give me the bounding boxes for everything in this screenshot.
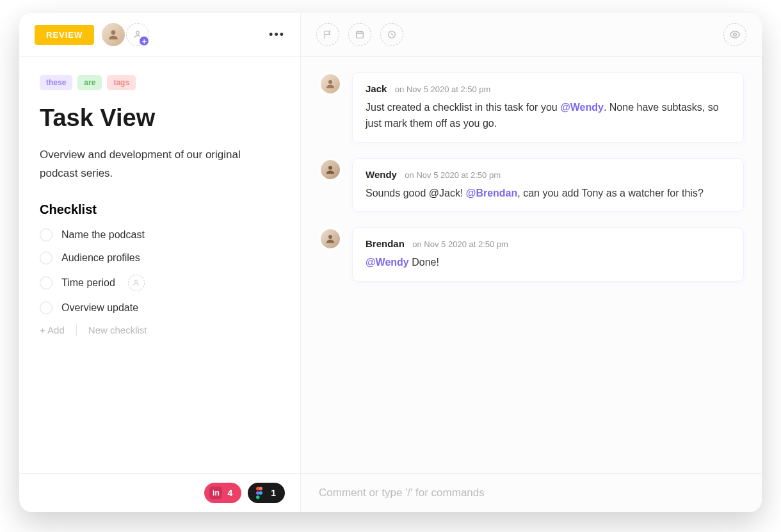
comment-list: Jack on Nov 5 2020 at 2:50 pm Just creat…	[301, 57, 762, 473]
comment-text: Done!	[409, 257, 439, 268]
svg-rect-8	[357, 31, 364, 38]
checklist-title: Checklist	[40, 202, 280, 217]
priority-button[interactable]	[316, 23, 339, 46]
checkbox-icon[interactable]	[40, 277, 52, 289]
figma-count: 1	[271, 488, 276, 498]
comment-avatar[interactable]	[319, 72, 342, 95]
svg-point-11	[328, 80, 332, 84]
right-pane: Jack on Nov 5 2020 at 2:50 pm Just creat…	[301, 13, 762, 512]
task-title[interactable]: Task View	[40, 104, 280, 132]
comment-bubble: Brendan on Nov 5 2020 at 2:50 pm @Wendy …	[352, 227, 744, 282]
comment-author: Jack	[366, 83, 387, 94]
svg-point-12	[328, 166, 332, 170]
comment-text: Sounds good @Jack!	[366, 188, 466, 198]
comment-body: Sounds good @Jack! @Brendan, can you add…	[366, 186, 730, 202]
comment-author: Wendy	[366, 169, 397, 180]
left-header: REVIEW + •••	[19, 13, 300, 57]
svg-point-7	[256, 496, 260, 499]
svg-point-1	[136, 31, 140, 35]
svg-point-0	[111, 30, 116, 35]
figma-icon	[253, 487, 266, 499]
comment-timestamp: on Nov 5 2020 at 2:50 pm	[395, 85, 491, 94]
checklist-item[interactable]: Audience profiles	[40, 252, 280, 264]
comment-avatar[interactable]	[319, 158, 342, 181]
svg-point-6	[259, 491, 263, 495]
comment-row: Wendy on Nov 5 2020 at 2:50 pm Sounds go…	[319, 158, 744, 213]
task-card: REVIEW + ••• these are tags Task View Ov…	[19, 13, 762, 512]
watch-button[interactable]	[723, 23, 746, 46]
time-button[interactable]	[380, 23, 403, 46]
mention[interactable]: @Brendan	[466, 188, 518, 198]
checkbox-icon[interactable]	[40, 302, 52, 314]
checklist-actions: + Add New checklist	[40, 325, 280, 336]
comment-avatar[interactable]	[319, 227, 342, 250]
checkbox-icon[interactable]	[40, 252, 52, 264]
svg-point-4	[259, 487, 263, 491]
comment-bubble: Jack on Nov 5 2020 at 2:50 pm Just creat…	[352, 72, 744, 143]
mention[interactable]: @Wendy	[366, 257, 409, 268]
assign-user-button[interactable]	[128, 275, 145, 291]
checklist-item-label: Name the podcast	[61, 229, 145, 241]
svg-point-13	[328, 235, 332, 239]
divider	[76, 325, 77, 336]
left-pane: REVIEW + ••• these are tags Task View Ov…	[19, 13, 301, 512]
checklist-item[interactable]: Time period	[40, 275, 280, 291]
invision-count: 4	[227, 488, 232, 498]
flag-icon	[323, 29, 333, 40]
eye-icon	[729, 29, 741, 40]
person-icon	[325, 164, 336, 175]
comment-bubble: Wendy on Nov 5 2020 at 2:50 pm Sounds go…	[352, 158, 744, 213]
right-header	[301, 13, 762, 57]
person-icon	[325, 78, 336, 90]
mention[interactable]: @Wendy	[560, 102, 604, 113]
more-menu-button[interactable]: •••	[269, 28, 285, 42]
tag-item[interactable]: tags	[107, 75, 136, 90]
person-icon	[325, 233, 336, 245]
add-assignee-button[interactable]: +	[126, 23, 149, 46]
svg-point-2	[135, 280, 138, 283]
plus-badge-icon: +	[138, 35, 150, 47]
comment-timestamp: on Nov 5 2020 at 2:50 pm	[405, 170, 501, 180]
comment-body: Just created a checklist in this task fo…	[366, 100, 730, 132]
svg-point-10	[734, 33, 737, 36]
person-icon	[107, 28, 120, 41]
invision-attachments-pill[interactable]: in 4	[204, 483, 241, 503]
user-icon	[132, 278, 140, 287]
comment-text: , can you add Tony as a watcher for this…	[517, 188, 704, 198]
checklist-item[interactable]: Name the podcast	[40, 229, 280, 241]
figma-attachments-pill[interactable]: 1	[248, 483, 285, 503]
tag-item[interactable]: these	[40, 75, 72, 90]
date-button[interactable]	[348, 23, 371, 46]
calendar-icon	[355, 29, 365, 40]
task-description[interactable]: Overview and development of our original…	[40, 146, 280, 183]
comment-author: Brendan	[366, 238, 405, 249]
new-checklist-button[interactable]: New checklist	[88, 325, 147, 335]
tag-item[interactable]: are	[77, 75, 102, 90]
checklist-item-label: Time period	[61, 277, 115, 289]
status-badge[interactable]: REVIEW	[35, 25, 94, 45]
checklist-item-label: Overview update	[61, 302, 138, 314]
comment-body: @Wendy Done!	[366, 255, 730, 271]
checkbox-icon[interactable]	[40, 229, 52, 241]
comment-row: Jack on Nov 5 2020 at 2:50 pm Just creat…	[319, 72, 744, 143]
comment-input[interactable]	[319, 487, 744, 499]
assignee-avatar[interactable]	[102, 23, 125, 46]
task-body: these are tags Task View Overview and de…	[19, 57, 300, 473]
checklist-item-label: Audience profiles	[61, 252, 140, 264]
clock-icon	[387, 29, 397, 40]
comment-row: Brendan on Nov 5 2020 at 2:50 pm @Wendy …	[319, 227, 744, 282]
checklist-item[interactable]: Overview update	[40, 302, 280, 314]
tag-list: these are tags	[40, 75, 280, 90]
comment-timestamp: on Nov 5 2020 at 2:50 pm	[412, 239, 508, 249]
left-footer: in 4 1	[19, 473, 300, 512]
comment-text: Just created a checklist in this task fo…	[366, 102, 560, 113]
invision-icon: in	[209, 487, 222, 499]
add-checklist-item-button[interactable]: + Add	[40, 325, 65, 335]
comment-input-row	[301, 473, 762, 512]
